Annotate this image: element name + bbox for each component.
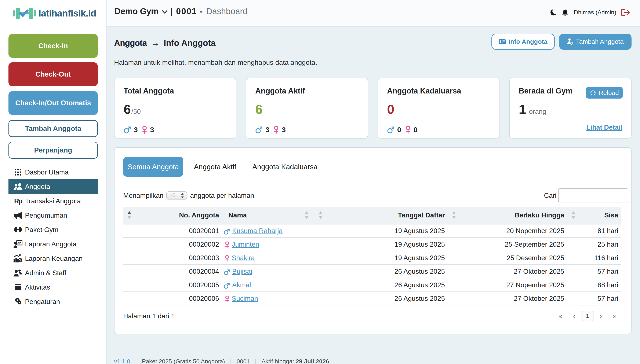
svg-text:$: $ xyxy=(19,258,21,262)
